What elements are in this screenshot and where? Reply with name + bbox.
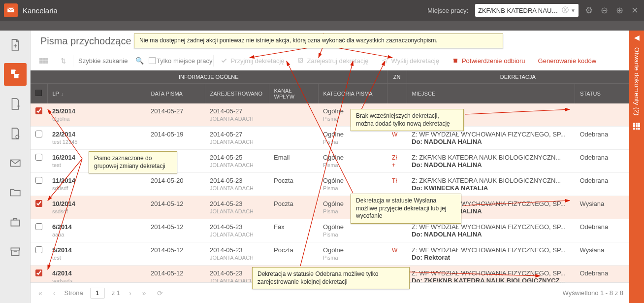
callout-no-actions: Nie ma dostępnej żadnej akcji ponieważ n…: [134, 34, 503, 48]
table-row[interactable]: 25/2014Ogólna2014-05-272014-05-27JOLANTA…: [31, 103, 629, 127]
right-panel-label: Otwarte dokumenty (2): [633, 47, 641, 116]
view-grid-button[interactable]: [33, 51, 54, 70]
nav-folder[interactable]: [4, 181, 27, 204]
accept-decree-button[interactable]: Przyjmij dekretację: [215, 51, 290, 70]
workplace-value: ZKF/KNB KATEDRA NAUK BI: [478, 7, 560, 14]
callout-status-sent: Dekretacja w statusie Wysłana możliwe pr…: [351, 194, 461, 224]
prev-page-button[interactable]: ‹: [51, 289, 58, 297]
table-wrap: INFORMACJE OGÓLNE ZN DEKRETACJA LP↓ DATA…: [31, 70, 629, 282]
search-input[interactable]: [78, 57, 132, 65]
left-nav: [0, 31, 31, 303]
topbar: Kancelaria Miejsce pracy: ZKF/KNB KATEDR…: [0, 0, 644, 21]
col-status[interactable]: STATUS: [575, 83, 629, 103]
chevron-down-icon[interactable]: ▼: [571, 8, 576, 13]
generate-codes-label: Generowanie kodów: [538, 57, 597, 65]
nav-incoming[interactable]: [4, 63, 27, 86]
col-reg[interactable]: ZAREJESTROWANO: [205, 83, 269, 103]
table-row[interactable]: 10/2014ssdsdf2014-05-122014-05-23JOLANTA…: [31, 196, 629, 219]
toolbar: ⇅ 🔍 Tylko miejsce pracy Przyjmij dekreta…: [31, 51, 629, 70]
next-page-button[interactable]: ›: [127, 289, 133, 297]
workplace-label: Miejsce pracy:: [427, 7, 468, 14]
page-of: z 1: [112, 289, 120, 297]
nav-archive[interactable]: [4, 240, 27, 263]
confirm-receipt-label: Potwierdzenie odbioru: [462, 57, 525, 65]
only-workplace-label: Tylko miejsce pracy: [157, 57, 212, 65]
accept-decree-label: Przyjmij dekretację: [230, 57, 284, 65]
nav-new-doc[interactable]: [4, 34, 27, 56]
table-row[interactable]: 6/2014aaaa2014-05-122014-05-23JOLANTA AD…: [31, 219, 629, 242]
row-checkbox[interactable]: [35, 223, 42, 230]
search-icon[interactable]: 🔍: [135, 57, 144, 65]
sort-desc-icon: ↓: [61, 92, 64, 97]
row-checkbox[interactable]: [35, 154, 42, 161]
nav-briefcase[interactable]: [4, 211, 27, 234]
last-page-button[interactable]: »: [140, 289, 148, 297]
refresh-button[interactable]: ⟳: [155, 289, 165, 297]
only-workplace-checkbox[interactable]: [149, 57, 156, 64]
search-input-wrap: 🔍: [74, 51, 148, 70]
callout-selected-rows: Pismo zaznaczone do grupowej zmiany dekr…: [89, 151, 177, 173]
nav-doc-at[interactable]: [4, 122, 27, 145]
group-decree: DEKRETACJA: [407, 70, 629, 83]
graybar: [0, 21, 644, 31]
callout-no-prev: Brak wcześniejszych dekretacji, można do…: [351, 109, 464, 131]
col-date[interactable]: DATA PISMA: [146, 83, 205, 103]
app-icon: [4, 3, 18, 17]
workplace-select[interactable]: ZKF/KNB KATEDRA NAUK BI ⓧ ▼: [475, 4, 579, 17]
send-decree-button[interactable]: Wyślij dekretację: [376, 51, 445, 70]
col-channel[interactable]: KANAŁ WPŁYW: [269, 83, 318, 103]
group-general: INFORMACJE OGÓLNE: [31, 70, 387, 83]
close-icon[interactable]: ✕: [630, 5, 640, 16]
nav-doc-add[interactable]: [4, 93, 27, 115]
send-decree-label: Wyślij dekretację: [391, 57, 439, 65]
minimize-icon[interactable]: ⊖: [599, 5, 610, 16]
confirm-receipt-button[interactable]: Potwierdzenie odbioru: [446, 51, 531, 70]
col-lp[interactable]: LP↓: [47, 83, 146, 103]
header-checkbox[interactable]: [31, 83, 47, 103]
gear-icon[interactable]: ⚙: [583, 5, 594, 16]
first-page-button[interactable]: «: [36, 289, 44, 297]
sort-button[interactable]: ⇅: [55, 51, 72, 70]
table-row[interactable]: 5/2014test2014-05-122014-05-23JOLANTA AD…: [31, 242, 629, 265]
nav-mail[interactable]: [4, 152, 27, 174]
row-checkbox[interactable]: [35, 131, 42, 137]
group-zn: ZN: [387, 70, 407, 83]
row-checkbox[interactable]: [35, 200, 42, 207]
page-label: Strona: [64, 289, 83, 297]
col-cat[interactable]: KATEGORIA PISMA: [318, 83, 387, 103]
page-input[interactable]: [90, 288, 105, 299]
callout-status-received: Dekretacja w statusie Odebrana możliwe t…: [252, 267, 410, 289]
col-place[interactable]: MIEJSCE: [407, 83, 575, 103]
maximize-icon[interactable]: ⊕: [614, 5, 625, 16]
row-checkbox[interactable]: [35, 107, 42, 114]
generate-codes-button[interactable]: Generowanie kodów: [532, 51, 603, 70]
row-checkbox[interactable]: [35, 177, 42, 184]
chevron-left-icon[interactable]: ◀: [634, 34, 640, 41]
table-row[interactable]: 11/2014sddsdf2014-05-202014-05-23JOLANTA…: [31, 172, 629, 196]
row-checkbox[interactable]: [35, 246, 42, 253]
right-panel[interactable]: ◀ Otwarte dokumenty (2): [629, 31, 644, 303]
apps-grid-icon[interactable]: [633, 123, 640, 130]
table-row[interactable]: 22/2014test 123452014-05-192014-05-27JOL…: [31, 126, 629, 149]
documents-table: INFORMACJE OGÓLNE ZN DEKRETACJA LP↓ DATA…: [31, 70, 629, 282]
app-title: Kancelaria: [23, 6, 58, 15]
register-decree-button[interactable]: Zarejestruj dekretację: [291, 51, 375, 70]
col-zn[interactable]: [387, 83, 407, 103]
workplace-clear-icon[interactable]: ⓧ: [562, 6, 569, 15]
row-checkbox[interactable]: [35, 269, 42, 276]
pager-display: Wyświetlono 1 - 8 z 8: [563, 289, 623, 297]
register-decree-label: Zarejestruj dekretację: [307, 57, 369, 65]
